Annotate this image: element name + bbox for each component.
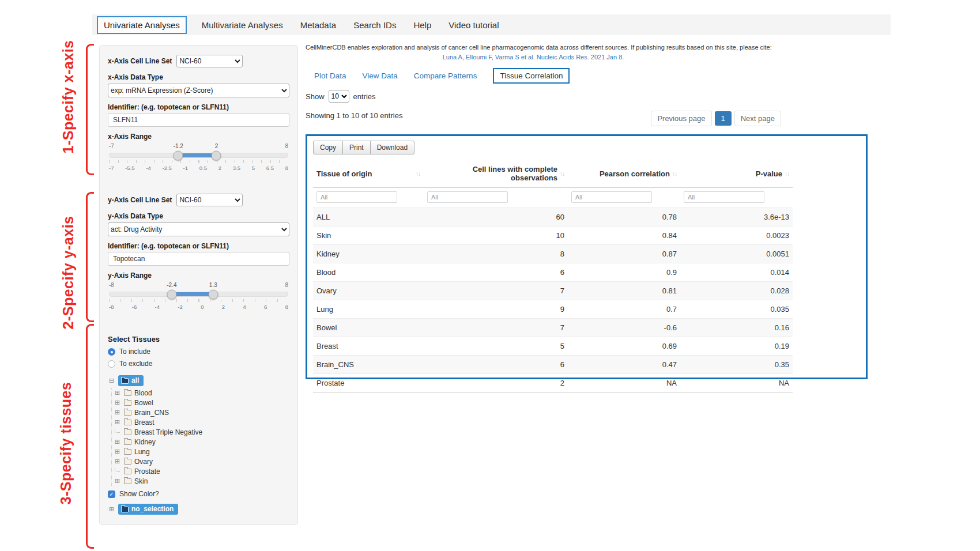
citation-link[interactable]: Luna A, Elloumi F, Varma S et al. Nuclei… xyxy=(306,54,761,61)
sort-icon[interactable]: ↑↓ xyxy=(672,171,677,177)
tree-node-all[interactable]: ⊟ all xyxy=(108,375,289,387)
tree-node-kidney[interactable]: ⊞Kidney xyxy=(114,437,289,447)
page-1-button[interactable]: 1 xyxy=(715,111,732,126)
cell-p_value: 3.6e-13 xyxy=(680,208,793,227)
collapse-icon[interactable]: ⊟ xyxy=(108,377,115,384)
tree-node-no-selection[interactable]: ⊞ no_selection xyxy=(108,503,289,515)
tree-node-label: Breast xyxy=(134,418,154,427)
expand-icon[interactable]: ⊞ xyxy=(108,505,115,513)
column-filter-p-value[interactable] xyxy=(684,191,764,203)
nav-tab-video-tutorial[interactable]: Video tutorial xyxy=(446,17,501,33)
table-row-kidney[interactable]: Kidney80.870.0051 xyxy=(313,245,793,263)
slider-handle-from[interactable] xyxy=(174,150,183,160)
table-export-buttons: CopyPrintDownload xyxy=(313,141,860,154)
nav-tab-multivariate-analyses[interactable]: Multivariate Analyses xyxy=(199,17,285,33)
x-range-slider[interactable]: -7 -1.2 2 8 -7-5.5-4-2.5-10.523.556.58 xyxy=(109,143,288,180)
tab-compare-patterns[interactable]: Compare Patterns xyxy=(414,71,477,80)
tree-children: ⊞Blood⊞Bowel⊞Brain_CNS⊞BreastBreast Trip… xyxy=(111,388,289,486)
column-header-cell-lines-with-complete-observations[interactable]: Cell lines with complete observations↑↓ xyxy=(424,160,568,188)
nav-tab-univariate-analyses[interactable]: Univariate Analyses xyxy=(97,16,187,34)
download-button[interactable]: Download xyxy=(370,141,414,154)
table-row-breast[interactable]: Breast50.690.19 xyxy=(313,337,793,356)
tick-label: 6.5 xyxy=(266,165,274,171)
tree-node-prostate[interactable]: Prostate xyxy=(114,466,289,476)
tree-node-bowel[interactable]: ⊞Bowel xyxy=(114,398,289,407)
slider-to-label: 1.3 xyxy=(209,282,217,288)
tree-node-lung[interactable]: ⊞Lung xyxy=(114,447,289,456)
x-data-type-select[interactable]: exp: mRNA Expression (Z-Score) xyxy=(108,84,289,97)
slider-track[interactable] xyxy=(109,292,288,297)
table-row-bowel[interactable]: Bowel7-0.60.16 xyxy=(313,319,793,337)
table-row-prostate[interactable]: Prostate2NANA xyxy=(313,374,793,393)
column-header-tissue-of-origin[interactable]: Tissue of origin↑↓ xyxy=(313,160,424,188)
table-row-all[interactable]: ALL600.783.6e-13 xyxy=(313,208,793,227)
slider-track[interactable] xyxy=(109,153,288,158)
expand-icon[interactable]: ⊞ xyxy=(114,448,121,455)
table-row-blood[interactable]: Blood60.90.014 xyxy=(313,263,793,282)
x-cell-line-set-label: x-Axis Cell Line Set xyxy=(108,57,172,65)
column-filter-cell-lines-with-complete-observations[interactable] xyxy=(427,191,508,203)
folder-icon xyxy=(124,410,131,416)
previous-page-button[interactable]: Previous page xyxy=(651,111,711,126)
tree-node-brain-cns[interactable]: ⊞Brain_CNS xyxy=(114,407,289,417)
expand-icon[interactable]: ⊞ xyxy=(114,477,121,485)
y-identifier-input[interactable] xyxy=(108,252,289,266)
nav-tab-help[interactable]: Help xyxy=(411,17,434,33)
print-button[interactable]: Print xyxy=(342,141,371,154)
expand-icon[interactable]: ⊞ xyxy=(114,458,121,465)
sort-icon[interactable]: ↑↓ xyxy=(560,171,564,177)
tab-plot-data[interactable]: Plot Data xyxy=(314,71,346,80)
show-color-label: Show Color? xyxy=(119,490,159,498)
x-cell-line-set-select[interactable]: NCI-60 xyxy=(176,55,243,67)
column-header-p-value[interactable]: P-value↑↓ xyxy=(680,160,793,188)
sort-icon[interactable]: ↑↓ xyxy=(416,171,420,177)
cell-cell_lines: 10 xyxy=(424,227,568,245)
y-data-type-select[interactable]: act: Drug Activity xyxy=(108,222,289,236)
slider-selected-range xyxy=(172,292,213,296)
slider-from-label: -1.2 xyxy=(174,143,183,149)
x-identifier-input[interactable] xyxy=(108,113,289,127)
nav-tab-metadata[interactable]: Metadata xyxy=(298,17,339,33)
show-color-checkbox[interactable]: ✓ Show Color? xyxy=(108,490,289,498)
tree-node-ovary[interactable]: ⊞Ovary xyxy=(114,456,289,466)
tree-node-blood[interactable]: ⊞Blood xyxy=(114,388,289,398)
radio-to-include[interactable]: To include xyxy=(108,348,289,356)
y-cell-line-set-select[interactable]: NCI-60 xyxy=(176,194,243,206)
y-data-type-label: y-Axis Data Type xyxy=(108,212,289,220)
nav-tab-search-ids[interactable]: Search IDs xyxy=(351,17,398,33)
slider-handle-to[interactable] xyxy=(212,150,221,160)
tree-node-breast-triple-negative[interactable]: Breast Triple Negative xyxy=(114,427,289,437)
radio-to-exclude[interactable]: To exclude xyxy=(108,360,289,368)
tab-view-data[interactable]: View Data xyxy=(363,71,398,80)
slider-handle-to[interactable] xyxy=(208,289,218,299)
expand-icon[interactable]: ⊞ xyxy=(114,389,121,397)
cell-pearson: 0.87 xyxy=(568,245,680,263)
tick-label: 4 xyxy=(243,304,246,310)
table-row-ovary[interactable]: Ovary70.810.028 xyxy=(313,282,793,300)
tab-tissue-correlation[interactable]: Tissue Correlation xyxy=(493,68,570,84)
column-filter-tissue-of-origin[interactable] xyxy=(316,191,397,203)
column-header-pearson-correlation[interactable]: Pearson correlation↑↓ xyxy=(568,160,680,188)
expand-icon[interactable]: ⊞ xyxy=(114,399,121,406)
x-identifier-label: Identifier: (e.g. topotecan or SLFN11) xyxy=(108,103,289,111)
column-filter-pearson-correlation[interactable] xyxy=(571,191,652,203)
expand-icon[interactable]: ⊞ xyxy=(114,418,121,426)
table-row-skin[interactable]: Skin100.840.0023 xyxy=(313,227,793,245)
entries-count-select[interactable]: 10 xyxy=(329,90,349,103)
slider-handle-from[interactable] xyxy=(167,289,177,299)
expand-icon[interactable]: ⊞ xyxy=(114,438,121,446)
tree-node-skin[interactable]: ⊞Skin xyxy=(114,476,289,486)
y-range-slider[interactable]: -8 -2.4 1.3 8 -8-6-4-202468 xyxy=(109,282,288,319)
next-page-button[interactable]: Next page xyxy=(734,111,781,126)
table-row-brain-cns[interactable]: Brain_CNS60.470.35 xyxy=(313,356,793,374)
sort-icon[interactable]: ↑↓ xyxy=(785,171,789,177)
y-range-label: y-Axis Range xyxy=(108,271,289,280)
expand-icon[interactable]: ⊞ xyxy=(114,409,121,416)
annotation-step1-label: 1-Specify x-axis xyxy=(60,40,77,154)
folder-icon xyxy=(124,420,131,425)
table-row-lung[interactable]: Lung90.70.035 xyxy=(313,300,793,319)
copy-button[interactable]: Copy xyxy=(313,141,343,154)
citation-block: CellMinerCDB enables exploration and ana… xyxy=(306,44,761,61)
tree-node-breast[interactable]: ⊞Breast xyxy=(114,417,289,427)
tick-label: 8 xyxy=(285,304,288,310)
